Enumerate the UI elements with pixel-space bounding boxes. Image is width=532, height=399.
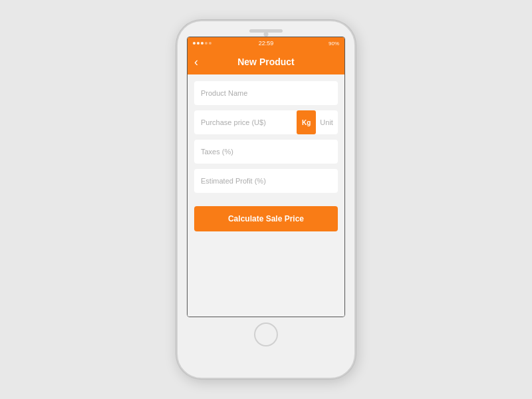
- status-bar: 22:59 90%: [188, 37, 344, 49]
- calculate-sale-price-button[interactable]: Calculate Sale Price: [194, 206, 338, 231]
- signal-dots: [193, 42, 211, 45]
- taxes-input[interactable]: [201, 148, 331, 156]
- battery-indicator: 90%: [329, 41, 339, 47]
- taxes-field[interactable]: [194, 140, 338, 164]
- form-content: Kg Unit Calculate Sale Price: [188, 74, 344, 317]
- estimated-profit-field[interactable]: [194, 169, 338, 193]
- product-name-field[interactable]: [194, 81, 338, 105]
- nav-bar: ‹ New Product: [188, 49, 344, 74]
- estimated-profit-input[interactable]: [201, 177, 331, 185]
- page-title: New Product: [237, 57, 295, 67]
- phone-frame: 22:59 90% ‹ New Product Kg Unit: [176, 20, 356, 379]
- back-button[interactable]: ‹: [194, 56, 198, 68]
- camera: [264, 32, 269, 37]
- kg-badge[interactable]: Kg: [297, 110, 316, 134]
- unit-label: Unit: [320, 118, 340, 126]
- status-time: 22:59: [259, 40, 274, 47]
- purchase-price-row: Kg Unit: [194, 110, 338, 134]
- phone-screen: 22:59 90% ‹ New Product Kg Unit: [187, 37, 345, 317]
- purchase-price-input[interactable]: [201, 118, 293, 126]
- product-name-input[interactable]: [201, 89, 331, 97]
- home-button[interactable]: [254, 323, 278, 346]
